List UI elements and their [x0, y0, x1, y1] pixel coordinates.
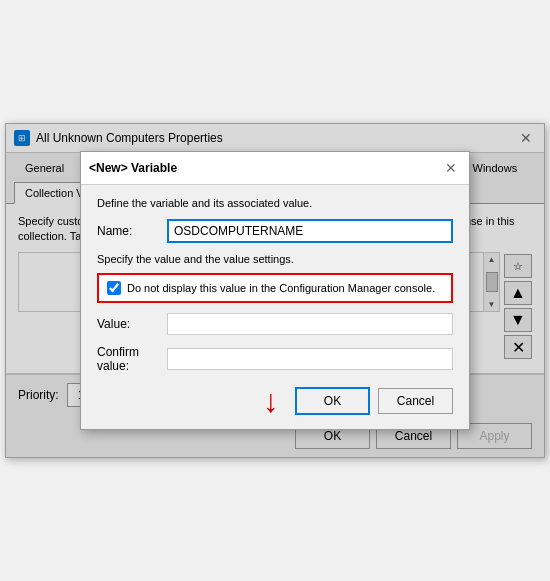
dialog-close-button[interactable]: ✕ — [441, 158, 461, 178]
new-variable-dialog: <New> Variable ✕ Define the variable and… — [80, 151, 470, 430]
confirm-value-label: Confirm value: — [97, 345, 167, 373]
value-row: Value: — [97, 313, 453, 335]
confirm-value-row: Confirm value: — [97, 345, 453, 373]
checkbox-label: Do not display this value in the Configu… — [127, 282, 435, 294]
dialog-button-bar: ↓ OK Cancel — [97, 385, 453, 417]
name-row: Name: — [97, 219, 453, 243]
checkbox-section: Do not display this value in the Configu… — [97, 273, 453, 303]
name-label: Name: — [97, 224, 167, 238]
confirm-value-input[interactable] — [167, 348, 453, 370]
dialog-ok-button[interactable]: OK — [295, 387, 370, 415]
main-window: ⊞ All Unknown Computers Properties ✕ Gen… — [5, 123, 545, 459]
value-input[interactable] — [167, 313, 453, 335]
dialog-cancel-button[interactable]: Cancel — [378, 388, 453, 414]
dialog-titlebar: <New> Variable ✕ — [81, 152, 469, 185]
arrow-container: ↓ — [97, 385, 287, 417]
modal-overlay: <New> Variable ✕ Define the variable and… — [6, 124, 544, 458]
hide-value-checkbox[interactable] — [107, 281, 121, 295]
dialog-title: <New> Variable — [89, 161, 177, 175]
dialog-specify-label: Specify the value and the value settings… — [97, 253, 453, 265]
name-input[interactable] — [167, 219, 453, 243]
red-arrow-icon: ↓ — [263, 385, 279, 417]
dialog-define-label: Define the variable and its associated v… — [97, 197, 453, 209]
value-label: Value: — [97, 317, 167, 331]
dialog-content: Define the variable and its associated v… — [81, 185, 469, 429]
